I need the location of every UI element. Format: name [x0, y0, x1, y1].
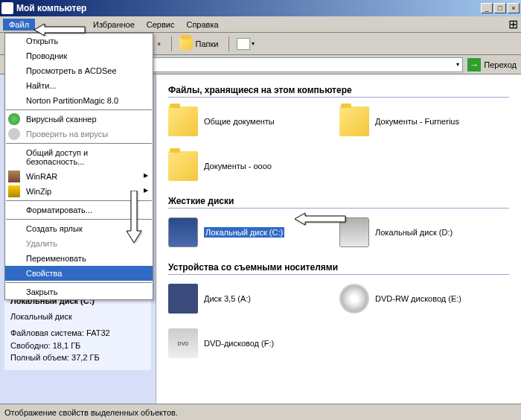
menu-service[interactable]: Сервис — [141, 19, 181, 31]
separator — [171, 36, 172, 51]
folders-button[interactable]: Папки — [175, 36, 223, 51]
status-text: Отображение свойств выделенных объектов. — [4, 408, 178, 417]
menu-partition-magic[interactable]: Norton PartitionMagic 8.0 — [5, 93, 153, 108]
section-removable-title: Устройства со съемными носителями — [168, 262, 509, 275]
view-icon — [237, 38, 250, 50]
folder-icon — [339, 106, 369, 136]
menu-close[interactable]: Закрыть — [5, 284, 153, 299]
dvd-icon: DVD — [168, 328, 198, 358]
virus-check-icon — [8, 128, 20, 140]
maximize-button[interactable]: □ — [494, 3, 506, 13]
separator — [228, 36, 229, 51]
status-bar: Отображение свойств выделенных объектов. — [0, 404, 521, 420]
folder-icon — [168, 151, 198, 181]
cd-icon — [339, 284, 369, 314]
window-title: Мой компьютер — [16, 3, 479, 13]
details-total: Полный объем: 37,2 ГБ — [10, 351, 145, 364]
item-label: Документы - oooo — [204, 162, 272, 171]
menu-virus-scanner[interactable]: Вирусный сканнер — [5, 112, 153, 127]
menu-rename[interactable]: Переименовать — [5, 251, 153, 266]
right-panel: Файлы, хранящиеся на этом компьютере Общ… — [156, 74, 521, 404]
details-free: Свободно: 18,1 ГБ — [10, 340, 145, 352]
winzip-icon — [8, 185, 20, 197]
svg-marker-0 — [34, 24, 85, 36]
virus-scanner-icon — [8, 113, 20, 125]
folders-label: Папки — [196, 39, 219, 48]
close-button[interactable]: × — [508, 3, 520, 13]
annotation-arrow-icon — [123, 191, 145, 244]
details-subheading: Локальный диск — [10, 311, 145, 323]
menu-explorer[interactable]: Проводник — [5, 48, 153, 63]
menu-help[interactable]: Справка — [180, 19, 224, 31]
item-shared-documents[interactable]: Общие документы — [168, 106, 317, 136]
folder-icon — [179, 38, 193, 50]
menu-file[interactable]: Файл — [3, 19, 35, 31]
menu-find[interactable]: Найти... — [5, 78, 153, 93]
minimize-button[interactable]: _ — [481, 3, 493, 13]
item-label: DVD-дисковод (F:) — [204, 339, 274, 348]
file-dropdown-menu: Открыть Проводник Просмотреть в ACDSee Н… — [4, 33, 153, 300]
winrar-icon — [8, 171, 20, 182]
menu-separator — [6, 282, 152, 283]
menu-acdsee[interactable]: Просмотреть в ACDSee — [5, 63, 153, 78]
go-label: Переход — [484, 60, 517, 69]
details-panel-body: Локальный диск (C:) Локальный диск Файло… — [4, 289, 151, 370]
menu-favorites[interactable]: Избранное — [87, 19, 141, 31]
folder-icon — [168, 106, 198, 136]
item-label: DVD-RW дисковод (E:) — [375, 294, 461, 303]
section-files-title: Файлы, хранящиеся на этом компьютере — [168, 85, 509, 98]
item-documents-oooo[interactable]: Документы - oooo — [168, 151, 317, 181]
item-label: Общие документы — [204, 117, 275, 126]
go-button[interactable]: → Переход — [467, 58, 517, 71]
item-dvd-rw[interactable]: DVD-RW дисковод (E:) — [339, 284, 488, 314]
svg-marker-2 — [295, 213, 345, 225]
toolbar-button[interactable]: к — [152, 39, 165, 48]
item-floppy[interactable]: Диск 3,5 (A:) — [168, 284, 317, 314]
annotation-arrow-icon — [295, 211, 347, 228]
annotation-arrow-icon — [34, 22, 86, 39]
menu-sharing[interactable]: Общий доступ и безопасность... — [5, 145, 153, 169]
svg-marker-1 — [127, 191, 141, 243]
item-documents-furnerius[interactable]: Документы - Furnerius — [339, 106, 488, 136]
item-label: Диск 3,5 (A:) — [204, 294, 251, 303]
view-button[interactable]: ▾ — [232, 36, 259, 51]
menu-winrar[interactable]: WinRAR — [5, 169, 153, 184]
item-local-disk-d[interactable]: Локальный диск (D:) — [339, 217, 488, 247]
menu-separator — [6, 109, 152, 110]
menu-properties[interactable]: Свойства — [5, 266, 153, 281]
windows-flag-icon: ⊞ — [508, 17, 518, 31]
item-dvd[interactable]: DVD DVD-дисковод (F:) — [168, 328, 317, 358]
title-bar: Мой компьютер _ □ × — [0, 0, 521, 16]
item-label: Локальный диск (C:) — [204, 227, 284, 238]
floppy-icon — [168, 284, 198, 314]
section-hdd-title: Жесткие диски — [168, 196, 509, 209]
app-icon — [1, 2, 13, 14]
menu-separator — [6, 143, 152, 144]
go-icon: → — [467, 58, 481, 71]
details-filesystem: Файловая система: FAT32 — [10, 327, 145, 340]
menu-virus-check: Проверить на вирусы — [5, 127, 153, 141]
item-label: Локальный диск (D:) — [375, 228, 453, 237]
drive-icon — [168, 217, 198, 247]
item-label: Документы - Furnerius — [375, 117, 459, 126]
